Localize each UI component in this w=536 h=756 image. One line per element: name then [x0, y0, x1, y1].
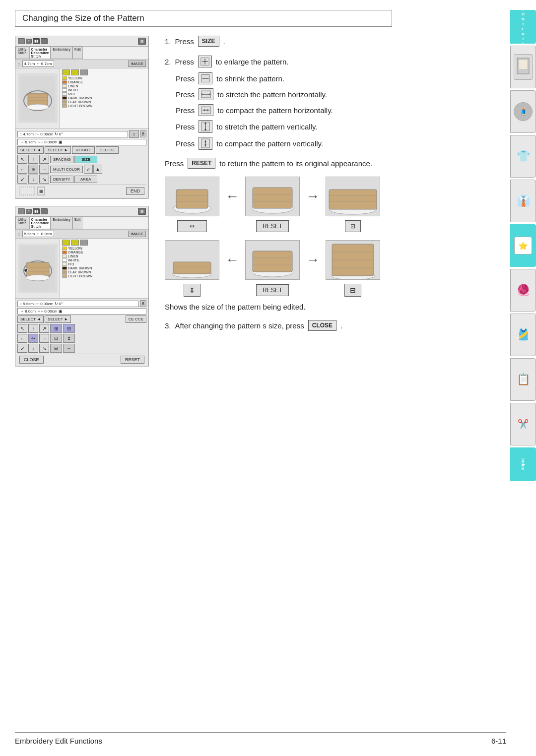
diagram-btn-compact-v[interactable]: ⊟: [344, 284, 361, 297]
tab2-edit[interactable]: Edit: [72, 217, 82, 229]
diagram-area: ← →: [165, 177, 506, 311]
press-reset-desc: to return the pattern to its original ap…: [219, 159, 372, 168]
btn2-enlarge[interactable]: ⊞: [50, 324, 62, 333]
tab2-utility[interactable]: UtilityStitch: [15, 217, 29, 229]
nav-tab-index[interactable]: Index: [510, 447, 536, 481]
btn2-stretch[interactable]: ↔: [63, 344, 75, 353]
tab-embroidery[interactable]: Embroidery: [51, 47, 72, 59]
btn-area[interactable]: AREA: [74, 176, 97, 183]
nav-dl[interactable]: ↙: [17, 175, 27, 184]
btn-delete[interactable]: DELETE: [96, 146, 119, 154]
diagram-btn-stretch-h[interactable]: ⇔: [177, 220, 207, 232]
btn-rotate[interactable]: ROTATE: [72, 146, 95, 154]
ctrl-info-2b: ↔ 8.0cm ↔+ 0.00cm ▣: [17, 308, 146, 315]
btn-reset-panel2[interactable]: RESET: [121, 356, 144, 364]
btn-size[interactable]: SIZE: [74, 156, 97, 163]
center-btn[interactable]: ⊙: [28, 165, 38, 174]
btn-select-prev[interactable]: SELECT ◄: [17, 146, 44, 154]
nav-tab-3[interactable]: 👕: [510, 135, 536, 178]
tab-edit[interactable]: F.dit: [72, 47, 83, 59]
press-compactv-desc: to compact the pattern vertically.: [216, 139, 323, 148]
nav-r2[interactable]: →: [39, 165, 49, 174]
nav-tab-index-label: Index: [521, 458, 526, 470]
nav2-ul[interactable]: ↖: [17, 324, 27, 333]
btn-spacing[interactable]: SPACING: [50, 156, 73, 163]
btn2-compact-v[interactable]: ⊟: [50, 344, 62, 353]
diagram-btn-stretch-v[interactable]: ⇕: [184, 284, 201, 297]
tab2-embroidery[interactable]: Embroidery: [51, 217, 72, 229]
nav-tab-6[interactable]: 🧶: [510, 269, 536, 312]
nav2-l[interactable]: ←: [17, 334, 27, 343]
svg-point-11: [26, 275, 50, 281]
nav2-dr[interactable]: ↘: [39, 344, 49, 353]
diagram-btn-compact-h[interactable]: ⊡: [345, 220, 361, 232]
step-2-desc-0: to enlarge the pattern.: [216, 58, 289, 66]
btn2-select-p[interactable]: SELECT ◄: [17, 315, 44, 323]
tab-utility[interactable]: UtilityStitch: [15, 47, 29, 59]
diagram-btn-reset-2[interactable]: RESET: [256, 284, 289, 296]
btn-compact-v[interactable]: [199, 137, 212, 150]
machine-panel-1: ? ▮▮ ▦ UtilityStitch CharacterDecorative…: [15, 36, 149, 199]
diagram-row-2: ← →: [165, 240, 506, 280]
nav2-r[interactable]: →: [39, 334, 49, 343]
btn-z2[interactable]: ▲: [93, 165, 102, 174]
nav2-dl[interactable]: ↙: [17, 344, 27, 353]
btn2-ce[interactable]: CE CCE: [126, 315, 146, 323]
nav-tab-2[interactable]: 🧵: [510, 90, 536, 133]
nav-tab-9[interactable]: ✂️: [510, 403, 536, 445]
btn-size-step1[interactable]: SIZE: [198, 36, 219, 47]
nav2-d[interactable]: ↓: [28, 344, 38, 353]
nav-d[interactable]: ↓: [28, 175, 38, 184]
diagram-cake-narrow: [165, 177, 219, 216]
press-row-compact-h: Press to compact the pattern horizontall…: [176, 104, 506, 116]
nav-tab-7[interactable]: 🎽: [510, 314, 536, 356]
step-3-line: 3. After changing the pattern s size, pr…: [165, 320, 506, 331]
btn-end[interactable]: END: [126, 187, 144, 195]
svg-rect-40: [253, 188, 292, 208]
nav-r[interactable]: ↖: [17, 155, 27, 164]
btn2-select-n[interactable]: SELECT ►: [45, 315, 71, 323]
nav-tab-contents[interactable]: CONTENTS: [510, 10, 536, 44]
step-3-suffix: .: [340, 321, 342, 330]
press-compacth-desc: to compact the pattern horizontally.: [217, 106, 333, 115]
nav-tab-8[interactable]: 📋: [510, 358, 536, 401]
nav-tab-4[interactable]: 👔: [510, 180, 536, 222]
nav-tab-1[interactable]: [510, 46, 536, 88]
nav-tab-5[interactable]: ⭐: [510, 224, 536, 267]
panel-header-1: ? ▮▮ ▦: [15, 36, 148, 47]
nav-ur[interactable]: ↗: [39, 155, 49, 164]
nav2-u[interactable]: ↑: [28, 324, 38, 333]
panel-color-list-1: YELLOW ORANGE LINEN WHITE RICE DARK BROW…: [60, 68, 148, 128]
image-button-2[interactable]: IMAGE: [128, 231, 146, 237]
btn2-shrink[interactable]: ⊟: [63, 324, 75, 333]
btn-reset-inline[interactable]: RESET: [188, 158, 215, 169]
press-compacth-text: Press: [176, 106, 195, 115]
btn-z1[interactable]: ↙: [84, 165, 93, 174]
btn2-m1[interactable]: ⊡: [50, 334, 62, 343]
size-display-2: 5.6cm ↔ 8.0cm: [22, 231, 54, 237]
press-stretchv-desc: to stretch the pattern vertically.: [216, 123, 317, 131]
btn-compact-h[interactable]: [199, 104, 213, 116]
btn-close-panel2[interactable]: CLOSE: [19, 356, 44, 364]
btn-shrink[interactable]: [199, 72, 212, 84]
btn-close-step3[interactable]: CLOSE: [308, 320, 336, 331]
ctrl-flip-1: ⌂: [129, 130, 139, 138]
btn-stretch-h[interactable]: [199, 88, 213, 100]
btn-select-next[interactable]: SELECT ►: [45, 146, 71, 154]
nav-u[interactable]: ↑: [28, 155, 38, 164]
btn-enlarge[interactable]: [198, 56, 212, 67]
tab-character[interactable]: CharacterDecorativeStitch: [29, 47, 51, 59]
btn2-center[interactable]: ⇔: [28, 334, 38, 343]
tab2-character[interactable]: CharacterDecorativeStitch: [29, 217, 51, 229]
nav-dr[interactable]: ↘: [39, 175, 49, 184]
btn-density[interactable]: DENSITY: [50, 176, 73, 183]
image-button-1[interactable]: IMAGE: [128, 61, 146, 67]
btn-stretch-v[interactable]: [199, 120, 212, 133]
step-1-line: 1. Press SIZE .: [165, 36, 506, 47]
btn-multi-color[interactable]: MULTI COLOR: [50, 166, 83, 173]
ctrl-num-2: 8: [140, 300, 146, 307]
nav2-ur[interactable]: ↗: [39, 324, 49, 333]
nav-l[interactable]: ←: [17, 165, 27, 174]
btn2-m2[interactable]: ⇕: [63, 334, 75, 343]
diagram-btn-reset-1[interactable]: RESET: [256, 220, 289, 232]
